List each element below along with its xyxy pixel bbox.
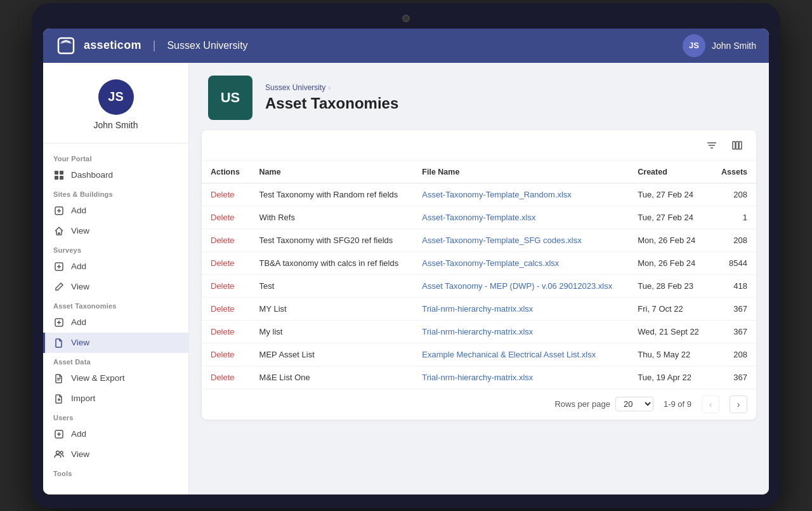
sidebar-item-sites-view[interactable]: View (43, 221, 188, 241)
cell-action: Delete (202, 366, 251, 388)
section-label-tools: Tools (43, 465, 188, 480)
sidebar-item-surveys-view[interactable]: View (43, 277, 188, 297)
table-row: DeleteMy listTrial-nrm-hierarchy-matrix.… (202, 320, 756, 343)
sidebar-label-users-add: Add (71, 429, 86, 439)
sidebar-label-users-view: View (71, 449, 89, 459)
filter-icon[interactable] (703, 136, 721, 154)
col-assets: Assets (710, 161, 756, 183)
cell-filename[interactable]: Asset-Taxonomy-Template_SFG codes.xlsx (413, 229, 629, 251)
plus-square-icon-sites (53, 205, 65, 216)
cell-created: Fri, 7 Oct 22 (629, 297, 710, 320)
sidebar-label-asset-data-import: Import (71, 394, 95, 403)
delete-button-6[interactable]: Delete (211, 327, 235, 336)
breadcrumb-org-link[interactable]: Sussex University (265, 83, 325, 92)
content-area: US Sussex University › Asset Taxonomies (189, 63, 769, 494)
svg-rect-3 (55, 176, 58, 180)
svg-rect-1 (55, 171, 58, 175)
cell-filename[interactable]: Asset-Taxonomy-Template_calcs.xlsx (413, 251, 629, 274)
sidebar-item-users-view[interactable]: View (43, 444, 188, 465)
sidebar-item-taxonomies-view[interactable]: View (43, 333, 188, 353)
org-name: Sussex University (167, 40, 247, 51)
cell-created: Mon, 26 Feb 24 (629, 229, 710, 251)
table-row: DeleteTest Taxonomy with SFG20 ref field… (202, 229, 756, 251)
cell-name: M&E List One (251, 366, 414, 388)
camera (402, 15, 410, 22)
plus-square-icon-users (53, 428, 65, 440)
table-toolbar (202, 130, 756, 161)
cell-action: Delete (202, 206, 251, 229)
sidebar-item-taxonomies-add[interactable]: Add (43, 312, 188, 333)
table-container: Actions Name File Name Created Assets De… (202, 130, 756, 420)
users-icon (53, 449, 65, 460)
cell-name: MEP Asset List (251, 343, 414, 366)
cell-assets: 367 (710, 320, 756, 343)
cell-filename[interactable]: Trial-nrm-hierarchy-matrix.xlsx (413, 297, 629, 320)
cell-created: Tue, 27 Feb 24 (629, 183, 710, 206)
sidebar-label-surveys-view: View (71, 282, 89, 291)
pagination-info: 1-9 of 9 (664, 399, 691, 409)
sidebar-item-surveys-add[interactable]: Add (43, 256, 188, 277)
sidebar-item-users-add[interactable]: Add (43, 424, 188, 444)
sidebar-label-taxonomies-view: View (71, 338, 89, 347)
delete-button-4[interactable]: Delete (211, 281, 235, 291)
breadcrumb: Sussex University › (265, 83, 398, 92)
cell-name: MY List (251, 297, 414, 320)
cell-filename[interactable]: Trial-nrm-hierarchy-matrix.xlsx (413, 366, 629, 388)
grid-icon (53, 169, 65, 181)
table-footer: Rows per page 20 50 100 1-9 of 9 ‹ › (202, 388, 756, 420)
edit-icon (53, 281, 65, 293)
nav-divider: | (153, 39, 156, 52)
delete-button-0[interactable]: Delete (211, 190, 235, 199)
sidebar-label-dashboard: Dashboard (71, 170, 113, 180)
cell-filename[interactable]: Asset Taxonomy - MEP (DWP) - v.06 290120… (413, 274, 629, 297)
section-label-sites: Sites & Buildings (43, 185, 188, 201)
pagination-next-btn[interactable]: › (730, 395, 747, 413)
section-label-asset-data: Asset Data (43, 353, 188, 368)
delete-button-7[interactable]: Delete (211, 350, 235, 359)
section-label-portal: Your Portal (43, 150, 188, 165)
delete-button-3[interactable]: Delete (211, 258, 235, 268)
file-import-icon (53, 393, 65, 404)
svg-rect-4 (60, 176, 63, 180)
cell-created: Tue, 28 Feb 23 (629, 274, 710, 297)
cell-assets: 8544 (710, 251, 756, 274)
delete-button-5[interactable]: Delete (211, 304, 235, 314)
col-name: Name (251, 161, 414, 183)
table-row: DeleteM&E List OneTrial-nrm-hierarchy-ma… (202, 366, 756, 388)
cell-filename[interactable]: Asset-Taxonomy-Template_Random.xlsx (413, 183, 629, 206)
table-row: DeleteTestAsset Taxonomy - MEP (DWP) - v… (202, 274, 756, 297)
main-layout: JS John Smith Your Portal Dashboard Site… (43, 63, 769, 494)
cell-filename[interactable]: Trial-nrm-hierarchy-matrix.xlsx (413, 320, 629, 343)
sidebar-item-sites-add[interactable]: Add (43, 201, 188, 221)
cell-filename[interactable]: Asset-Taxonomy-Template.xlsx (413, 206, 629, 229)
plus-square-icon-surveys (53, 261, 65, 272)
sidebar-item-asset-data-view-export[interactable]: View & Export (43, 368, 188, 388)
cell-name: Test Taxonomy with Random ref fields (251, 183, 414, 206)
top-bar: asseticom | Sussex University JS John Sm… (43, 29, 769, 63)
delete-button-2[interactable]: Delete (211, 236, 235, 245)
rows-per-page-label: Rows per page (554, 399, 610, 409)
cell-created: Wed, 21 Sept 22 (629, 320, 710, 343)
pagination-prev-btn[interactable]: ‹ (702, 395, 719, 413)
cell-assets: 208 (710, 343, 756, 366)
page-title: Asset Taxonomies (265, 95, 398, 112)
top-bar-right: JS John Smith (683, 34, 756, 57)
device-frame: asseticom | Sussex University JS John Sm… (32, 3, 780, 508)
delete-button-1[interactable]: Delete (211, 213, 235, 222)
table-row: DeleteTest Taxonomy with Random ref fiel… (202, 183, 756, 206)
top-bar-left: asseticom | Sussex University (56, 36, 248, 56)
cell-assets: 208 (710, 229, 756, 251)
user-name: John Smith (712, 41, 756, 51)
user-avatar: JS (683, 34, 705, 57)
columns-icon[interactable] (728, 136, 746, 154)
sidebar-item-dashboard[interactable]: Dashboard (43, 165, 188, 185)
sidebar-item-asset-data-import[interactable]: Import (43, 388, 188, 409)
rows-per-page-select[interactable]: 20 50 100 (615, 397, 653, 411)
page-header-text: Sussex University › Asset Taxonomies (265, 83, 398, 112)
cell-assets: 418 (710, 274, 756, 297)
svg-rect-26 (736, 142, 738, 149)
delete-button-8[interactable]: Delete (211, 373, 235, 382)
file-text-icon (53, 373, 65, 384)
cell-filename[interactable]: Example Mechanical & Electrical Asset Li… (413, 343, 629, 366)
sidebar-label-asset-data-view-export: View & Export (71, 373, 125, 383)
